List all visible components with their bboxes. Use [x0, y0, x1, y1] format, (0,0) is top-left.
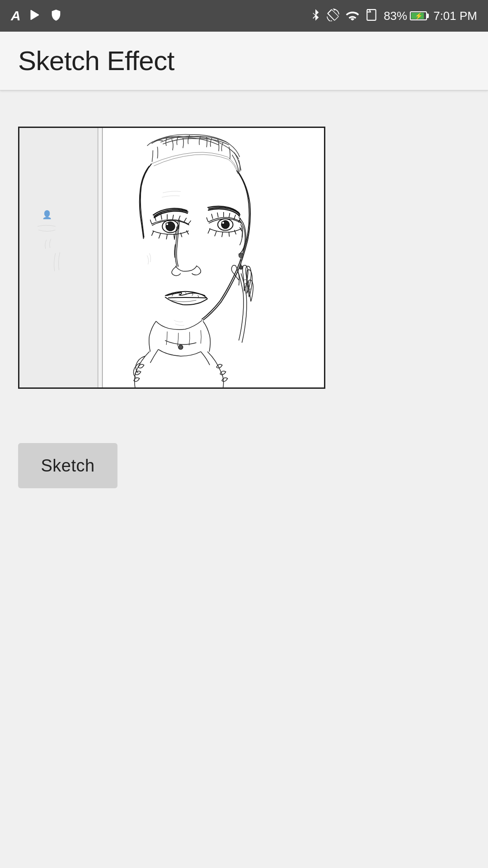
svg-point-10: [222, 222, 225, 224]
time-display: 7:01 PM: [433, 9, 477, 23]
shield-icon: [50, 9, 62, 24]
svg-point-11: [239, 253, 243, 258]
sketch-button[interactable]: Sketch: [18, 443, 117, 488]
battery-indicator: 83% ⚡: [384, 9, 427, 23]
button-area: Sketch: [18, 443, 117, 488]
sketch-image-container: 👤: [18, 127, 325, 389]
status-bar: A: [0, 0, 488, 32]
svg-rect-14: [20, 128, 103, 387]
sd-card-icon: [366, 9, 377, 24]
battery-icon: ⚡: [410, 11, 427, 20]
app-bar: Sketch Effect: [0, 32, 488, 90]
rotate-screen-icon: [327, 9, 339, 24]
status-bar-right: 83% ⚡ 7:01 PM: [310, 8, 477, 24]
wifi-icon: [346, 9, 359, 23]
battery-percent-text: 83%: [384, 9, 407, 23]
svg-point-13: [178, 345, 183, 349]
bluetooth-icon: [310, 8, 320, 24]
play-store-icon: [29, 9, 42, 24]
svg-rect-0: [367, 9, 375, 20]
font-icon: A: [11, 9, 21, 23]
sketch-image: 👤: [19, 128, 324, 387]
page-title: Sketch Effect: [18, 45, 174, 76]
status-bar-left: A: [11, 9, 62, 24]
svg-point-12: [239, 266, 243, 269]
main-content: 👤: [0, 90, 488, 515]
svg-point-7: [166, 223, 169, 226]
